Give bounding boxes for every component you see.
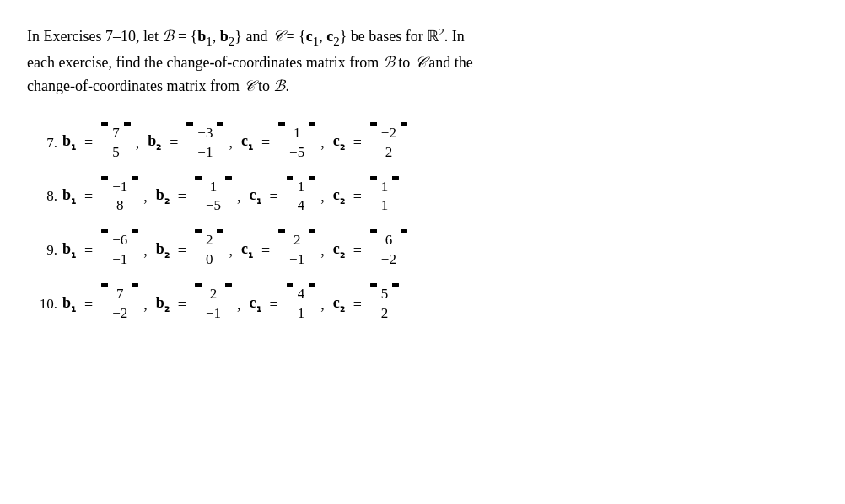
matrix-top-8-2: 1 [298,178,305,197]
comma-10-2: , [320,296,325,314]
matrix-values-10-3: 52 [377,283,393,325]
matrix-values-10-1: 2−1 [202,283,225,325]
bracket-right-icon [225,283,232,287]
exercise-num-9: 9. [35,242,62,259]
comma-8-0: , [143,188,148,206]
bracket-right-icon [217,229,223,233]
matrix-9-1: 20 [195,229,224,271]
vec-label-8-3: c₂ [333,186,345,207]
exercise-num-8: 8. [35,188,62,205]
exercise-num-7: 7. [35,135,62,152]
exercise-row-7: 7.b₁=75,b₂=−3−1,c₁=1−5,c₂=−22 [35,122,818,164]
eq-sign-10-0: = [84,296,93,314]
vec-label-9-0: b₁ [62,240,76,261]
comma-8-2: , [320,188,325,206]
matrix-values-8-1: 1−5 [202,176,225,218]
matrix-8-0: −18 [101,176,138,218]
matrix-bot-8-3: 1 [381,196,389,216]
bracket-right-icon [132,229,138,233]
matrix-bot-10-3: 2 [381,304,389,324]
matrix-7-2: 1−5 [278,122,315,164]
script-B: ℬ [162,28,174,45]
exercise-content-9: b₁=−6−1,b₂=20,c₁=2−1,c₂=6−2 [62,229,409,271]
matrix-values-10-0: 7−2 [108,283,132,325]
comma-9-2: , [320,242,325,260]
bracket-right-icon [124,122,131,126]
bracket-right-icon [392,283,399,287]
matrix-bot-10-1: −1 [206,304,221,324]
exercise-content-8: b₁=−18,b₂=1−5,c₁=14,c₂=11 [62,176,401,218]
matrix-bot-10-2: 1 [298,304,305,324]
matrix-values-7-1: −3−1 [193,122,217,164]
eq-sign-8-1: = [178,188,186,206]
matrix-bot-10-0: −2 [112,304,127,324]
bracket-right-icon [309,229,315,233]
matrix-top-7-0: 7 [112,124,120,143]
vec-label-9-3: c₂ [333,240,345,261]
bracket-left-icon [287,283,293,287]
vec-label-8-1: b₂ [156,186,170,207]
matrix-9-0: −6−1 [101,229,138,271]
exercise-num-10: 10. [35,296,62,313]
comma-7-0: , [136,134,140,152]
eq-sign-7-0: = [84,134,93,152]
matrix-8-3: 11 [370,176,400,218]
matrix-10-2: 41 [287,283,316,325]
bracket-left-icon [195,176,202,180]
matrix-bot-8-2: 4 [298,196,305,216]
matrix-values-7-2: 1−5 [285,122,309,164]
matrix-10-1: 2−1 [195,283,232,325]
matrix-bot-8-1: −5 [206,196,221,216]
matrix-top-8-1: 1 [210,178,218,197]
matrix-top-9-3: 6 [385,231,393,250]
comma-10-0: , [143,296,148,314]
matrix-top-9-0: −6 [112,231,127,250]
vec-label-7-1: b₂ [148,132,161,153]
matrix-9-3: 6−2 [370,229,407,271]
matrix-values-8-0: −18 [108,176,132,218]
matrix-7-0: 75 [101,122,131,164]
vec-label-9-2: c₁ [241,240,253,261]
eq-sign-7-1: = [170,134,178,152]
bracket-left-icon [278,229,285,233]
matrix-values-8-3: 11 [377,176,393,218]
bracket-right-icon [401,229,407,233]
bracket-right-icon [217,122,223,126]
exercise-content-10: b₁=7−2,b₂=2−1,c₁=41,c₂=52 [62,283,401,325]
bracket-left-icon [370,122,377,126]
intro-line3: change-of-coordinates matrix from 𝒞 to ℬ… [27,78,289,94]
bracket-right-icon [401,122,407,126]
vec-label-7-0: b₁ [62,132,76,153]
bracket-left-icon [278,122,285,126]
intro-line2: each exercise, find the change-of-coordi… [27,54,473,71]
comma-7-1: , [229,134,233,152]
matrix-9-2: 2−1 [278,229,315,271]
eq-sign-8-2: = [270,188,278,206]
matrix-8-1: 1−5 [195,176,232,218]
intro-line1: In Exercises 7–10, let ℬ = {b1, b2} and … [27,28,465,45]
bracket-right-icon [225,176,232,180]
exercise-row-8: 8.b₁=−18,b₂=1−5,c₁=14,c₂=11 [35,176,818,218]
matrix-top-8-0: −1 [112,178,127,197]
matrix-bot-9-3: −2 [381,250,396,270]
bracket-left-icon [195,229,202,233]
bracket-right-icon [309,283,315,287]
bracket-right-icon [132,176,138,180]
matrix-top-10-2: 4 [298,285,305,304]
script-C: 𝒞 [272,28,283,45]
matrix-top-10-0: 7 [116,285,124,304]
eq-sign-9-1: = [178,242,186,260]
vec-label-8-2: c₁ [250,186,261,207]
vec-label-10-2: c₁ [250,294,261,315]
vec-label-8-0: b₁ [62,186,76,207]
eq-sign-9-3: = [353,242,362,260]
exercise-row-9: 9.b₁=−6−1,b₂=20,c₁=2−1,c₂=6−2 [35,229,818,271]
bracket-left-icon [101,122,108,126]
bracket-right-icon [392,176,399,180]
exercises-list: 7.b₁=75,b₂=−3−1,c₁=1−5,c₂=−228.b₁=−18,b₂… [27,122,818,326]
matrix-values-9-0: −6−1 [108,229,132,271]
matrix-top-9-1: 2 [206,231,213,250]
eq-sign-10-2: = [270,296,278,314]
matrix-bot-7-3: 2 [385,143,393,163]
matrix-values-9-3: 6−2 [377,229,401,271]
